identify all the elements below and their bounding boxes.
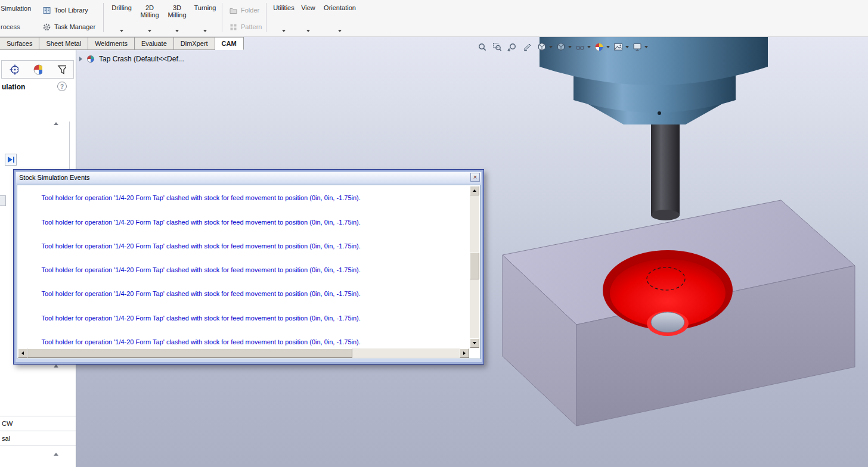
appearance-ball-icon[interactable] <box>33 65 42 74</box>
tree-root-label: Tap Crash (Default<<Def... <box>99 55 184 63</box>
view-orientation-group <box>535 41 553 54</box>
crosshair-icon[interactable] <box>9 65 18 74</box>
zoom-to-area-icon[interactable] <box>491 41 504 54</box>
scroll-down-button[interactable] <box>470 338 479 348</box>
edit-appearance-icon[interactable] <box>593 41 606 54</box>
previous-view-icon[interactable] <box>506 41 519 54</box>
dropdown-arrow-icon[interactable] <box>587 46 591 48</box>
2d-milling-label: 2D Milling <box>136 4 163 18</box>
event-line[interactable]: Tool holder for operation '1/4-20 Form T… <box>18 259 469 282</box>
display-style-group <box>554 41 572 54</box>
dropdown-arrow-icon[interactable] <box>338 30 342 32</box>
list-item-label: sal <box>2 435 10 442</box>
right-arrow-icon <box>463 351 466 355</box>
help-icon[interactable]: ? <box>57 82 67 91</box>
display-style-icon[interactable] <box>554 41 568 54</box>
tab-label: Surfaces <box>7 40 32 47</box>
scroll-up-icon[interactable] <box>54 365 58 368</box>
tab[interactable]: CAM <box>215 37 244 50</box>
scroll-up-icon[interactable] <box>54 122 58 125</box>
dropdown-arrow-icon[interactable] <box>625 46 629 48</box>
ribbon-separator <box>103 3 104 32</box>
tab-label: Weldments <box>95 40 128 47</box>
3d-milling-label: 3D Milling <box>163 4 191 18</box>
filter-icon[interactable] <box>57 65 66 74</box>
utilities-button[interactable]: Utilities <box>269 1 298 35</box>
dropdown-arrow-icon[interactable] <box>203 30 207 32</box>
task-manager-icon <box>42 22 51 32</box>
turning-button[interactable]: Turning <box>191 1 219 35</box>
vertical-scrollbar[interactable] <box>470 186 479 348</box>
drilling-button[interactable]: Drilling <box>107 1 136 35</box>
dropdown-arrow-icon[interactable] <box>644 46 648 48</box>
hide-show-items-icon[interactable] <box>574 41 587 54</box>
ribbon: Simulation rocess Tool Library Task Mana… <box>0 0 868 37</box>
event-line[interactable]: Tool holder for operation '1/4-20 Form T… <box>18 210 469 234</box>
apply-scene-icon[interactable] <box>612 41 625 54</box>
list-item-label: CW <box>2 420 13 427</box>
dropdown-arrow-icon[interactable] <box>282 30 286 32</box>
scroll-left-button[interactable] <box>18 348 27 358</box>
tab[interactable]: Surfaces <box>0 37 39 50</box>
event-line[interactable]: Tool holder for operation '1/4-20 Form T… <box>18 306 469 330</box>
tab[interactable]: Weldments <box>88 37 135 50</box>
view-button[interactable]: View <box>297 1 320 35</box>
scroll-up-icon[interactable] <box>54 453 58 456</box>
task-manager-label: Task Manager <box>54 23 95 30</box>
view-orientation-icon[interactable] <box>535 41 548 54</box>
panel-bottom-list: CW sal <box>0 416 76 446</box>
event-lines[interactable]: Tool holder for operation '1/4-20 Form T… <box>18 186 469 348</box>
pattern-button[interactable]: Pattern <box>228 22 262 32</box>
event-line[interactable]: Tool holder for operation '1/4-20 Form T… <box>18 282 469 306</box>
clipped-icon[interactable] <box>0 195 6 206</box>
tree-expander-icon[interactable] <box>79 57 82 61</box>
horizontal-scrollbar[interactable] <box>18 348 469 358</box>
view-settings-group <box>631 41 648 54</box>
2d-milling-button[interactable]: 2D Milling <box>135 1 164 35</box>
play-icon[interactable] <box>5 154 17 166</box>
clipped-label-simulation[interactable]: Simulation <box>1 5 31 12</box>
list-item[interactable]: CW <box>0 416 76 431</box>
turning-label: Turning <box>194 4 216 11</box>
vertical-scroll-thumb[interactable] <box>470 253 479 279</box>
event-line[interactable]: Tool holder for operation '1/4-20 Form T… <box>18 330 469 348</box>
tab[interactable]: DimXpert <box>174 37 215 50</box>
section-view-icon[interactable] <box>520 41 534 54</box>
event-line-text: Tool holder for operation '1/4-20 Form T… <box>41 315 360 322</box>
clipped-label-process[interactable]: rocess <box>1 23 20 30</box>
dropdown-arrow-icon[interactable] <box>175 30 179 32</box>
dropdown-arrow-icon[interactable] <box>606 46 610 48</box>
event-listbox[interactable]: Tool holder for operation '1/4-20 Form T… <box>17 185 480 359</box>
list-item[interactable]: sal <box>0 431 76 446</box>
cutting-tool[interactable] <box>651 113 680 220</box>
event-line[interactable]: Tool holder for operation '1/4-20 Form T… <box>18 234 469 258</box>
feature-tree-root[interactable]: Tap Crash (Default<<Def... <box>79 54 184 64</box>
drilling-label: Drilling <box>111 4 132 11</box>
folder-label: Folder <box>241 7 259 14</box>
event-line[interactable]: Tool holder for operation '1/4-20 Form T… <box>18 186 469 210</box>
folder-button[interactable]: Folder <box>228 5 259 15</box>
dropdown-arrow-icon[interactable] <box>120 30 123 32</box>
close-icon[interactable]: × <box>470 173 480 182</box>
orientation-button[interactable]: Orientation <box>321 1 359 35</box>
panel-title: ulation <box>2 83 25 91</box>
tab[interactable]: Sheet Metal <box>39 37 88 50</box>
3d-milling-button[interactable]: 3D Milling <box>163 1 191 35</box>
dialog-title-bar[interactable]: Stock Simulation Events <box>16 172 481 183</box>
dropdown-arrow-icon[interactable] <box>568 46 572 48</box>
tab[interactable]: Evaluate <box>135 37 174 50</box>
dropdown-arrow-icon[interactable] <box>306 30 310 32</box>
ribbon-separator <box>222 3 222 32</box>
dropdown-arrow-icon[interactable] <box>148 30 151 32</box>
task-manager-button[interactable]: Task Manager <box>42 22 95 32</box>
scroll-right-button[interactable] <box>460 348 469 358</box>
scroll-up-button[interactable] <box>470 186 479 195</box>
tool-library-icon <box>42 5 51 15</box>
view-settings-icon[interactable] <box>631 41 644 54</box>
pattern-label: Pattern <box>241 23 262 30</box>
tool-library-button[interactable]: Tool Library <box>42 5 88 15</box>
horizontal-scroll-thumb[interactable] <box>27 348 352 358</box>
dropdown-arrow-icon[interactable] <box>549 46 553 48</box>
orientation-label: Orientation <box>324 4 356 11</box>
zoom-to-fit-icon[interactable] <box>476 41 489 54</box>
